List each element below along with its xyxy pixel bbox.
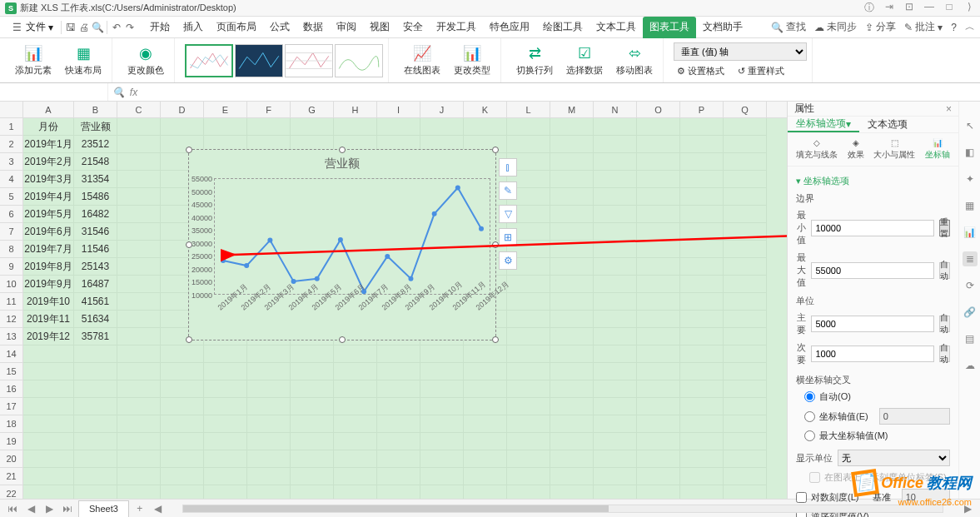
cell[interactable] [464,433,507,450]
cell[interactable] [334,380,377,398]
filter-sidebar-icon[interactable]: ≣ [963,251,978,266]
cell[interactable] [680,206,724,223]
cell[interactable] [117,311,161,328]
cell[interactable] [724,328,767,345]
row-header[interactable]: 21 [0,468,23,485]
add-element-button[interactable]: 📊添加元素 [10,42,57,78]
cell[interactable]: 2019年3月 [23,171,74,188]
cell[interactable] [637,485,680,499]
chart-elements-icon[interactable]: ⫿ [499,158,517,176]
col-Q[interactable]: Q [724,102,767,117]
cell[interactable] [117,241,161,258]
row-header[interactable]: 8 [0,241,23,258]
chart-preset-1[interactable] [185,44,233,77]
cell[interactable]: 2019年12月 [23,328,74,345]
change-type-button[interactable]: 📊更改类型 [449,42,495,78]
cell[interactable] [594,276,637,293]
cell[interactable] [550,171,594,188]
cell[interactable] [724,433,767,450]
scroll-left[interactable]: ◀ [151,503,166,515]
tab-pagelayout[interactable]: 页面布局 [210,17,263,38]
cell[interactable] [334,118,377,136]
cell[interactable] [594,206,637,223]
cell[interactable] [420,345,464,363]
cell[interactable] [637,258,680,276]
quick-layout-button[interactable]: ▦快速布局 [60,42,107,78]
embedded-chart[interactable]: 营业额 100001500020000250003000035000400004… [188,149,496,341]
row-header[interactable]: 3 [0,153,23,171]
cell[interactable] [724,398,767,415]
cell[interactable] [507,415,550,433]
cell[interactable] [117,433,161,450]
cell[interactable] [594,328,637,345]
resize-handle[interactable] [492,241,499,248]
scroll-thumb[interactable] [183,505,609,512]
cell[interactable] [594,188,637,206]
cell[interactable] [724,188,767,206]
cell[interactable] [377,468,420,485]
cell[interactable] [507,450,550,468]
tab-view[interactable]: 视图 [363,17,396,38]
cursor-icon[interactable]: ↖ [963,118,978,133]
cell[interactable]: 2019年10月 [23,293,74,311]
cell[interactable] [507,118,550,136]
cell[interactable] [507,311,550,328]
cell[interactable] [117,345,161,363]
sheet-nav-prev[interactable]: ◀ [23,503,38,515]
cell[interactable] [74,450,117,468]
cell[interactable]: 41561 [74,293,117,311]
cell[interactable] [724,450,767,468]
cell[interactable] [550,433,594,450]
cell[interactable] [550,258,594,276]
search-link[interactable]: 🔍查找 [771,20,806,34]
cell[interactable]: 2019年2月 [23,153,74,171]
row-header[interactable]: 6 [0,206,23,223]
cell[interactable] [594,468,637,485]
cell[interactable] [464,345,507,363]
cell[interactable] [550,153,594,171]
cell[interactable] [550,345,594,363]
tab-formula[interactable]: 公式 [263,17,296,38]
chart-title[interactable]: 营业额 [189,150,495,175]
cell[interactable]: 月份 [23,118,74,136]
axis-tab[interactable]: 📊坐标轴 [925,138,950,161]
cell[interactable] [464,118,507,136]
chart-icon[interactable]: 📊 [963,225,978,240]
col-J[interactable]: J [420,102,464,117]
cell[interactable]: 2019年6月 [23,223,74,241]
cell[interactable]: 16487 [74,276,117,293]
cell[interactable] [680,118,724,136]
cell[interactable] [724,415,767,433]
cell[interactable]: 2019年11月 [23,311,74,328]
cell[interactable]: 15486 [74,188,117,206]
cell[interactable] [637,171,680,188]
cell[interactable] [724,276,767,293]
style-icon[interactable]: ◧ [963,145,978,160]
minor-auto-button[interactable]: 自动 [939,345,950,362]
chart-x-axis[interactable]: 2019年1月2019年2月2019年3月2019年4月2019年5月2019年… [214,298,495,331]
cell[interactable]: 25143 [74,258,117,276]
cell[interactable] [420,433,464,450]
resize-handle[interactable] [339,147,346,153]
cell[interactable]: 2019年1月 [23,136,74,153]
tab-security[interactable]: 安全 [396,17,430,38]
cell[interactable] [161,118,204,136]
close-icon[interactable]: ⟩ [963,1,975,15]
cloud-sidebar-icon[interactable]: ☁ [963,358,978,373]
cell[interactable] [377,345,420,363]
hscrollbar[interactable] [182,505,943,513]
cell[interactable] [334,468,377,485]
sparkle-icon[interactable]: ✦ [963,172,978,186]
cell[interactable] [117,293,161,311]
cell[interactable]: 2019年8月 [23,258,74,276]
switch-rowcol-button[interactable]: ⇄切换行列 [511,42,558,78]
cell[interactable] [594,171,637,188]
info-icon[interactable]: ⓘ [863,1,875,15]
cell[interactable] [117,415,161,433]
cell[interactable] [74,468,117,485]
cell[interactable] [291,380,334,398]
col-L[interactable]: L [507,102,550,117]
cell[interactable] [550,450,594,468]
cell[interactable]: 2019年7月 [23,241,74,258]
col-K[interactable]: K [464,102,507,117]
